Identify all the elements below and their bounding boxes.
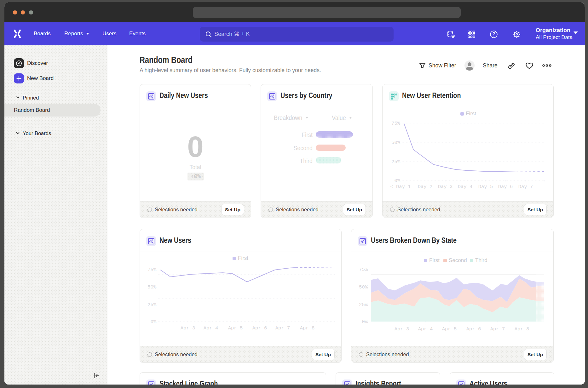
svg-text:75%: 75%: [359, 267, 368, 272]
svg-text:Day 3: Day 3: [438, 184, 453, 190]
svg-text:Apr 8: Apr 8: [515, 326, 529, 332]
svg-text:Apr 6: Apr 6: [466, 326, 481, 332]
svg-text:25%: 25%: [147, 302, 157, 308]
svg-text:Apr 8: Apr 8: [300, 325, 315, 331]
svg-text:Day 2: Day 2: [418, 184, 433, 190]
svg-text:0%: 0%: [362, 319, 368, 325]
svg-text:Apr 3: Apr 3: [395, 326, 409, 332]
svg-text:Third: Third: [475, 257, 487, 263]
svg-text:50%: 50%: [391, 140, 401, 146]
svg-text:Day 5: Day 5: [478, 184, 493, 190]
svg-text:Day 7: Day 7: [518, 184, 533, 190]
svg-text:Apr 7: Apr 7: [490, 326, 505, 332]
svg-text:Day 6: Day 6: [498, 184, 513, 190]
svg-text:25%: 25%: [391, 159, 401, 165]
svg-text:Day 4: Day 4: [458, 184, 473, 190]
svg-text:Apr 7: Apr 7: [275, 325, 290, 331]
svg-text:25%: 25%: [359, 302, 368, 308]
svg-text:First: First: [238, 255, 248, 261]
svg-text:Apr 5: Apr 5: [228, 325, 243, 331]
svg-text:Apr 5: Apr 5: [442, 326, 457, 332]
svg-text:50%: 50%: [147, 284, 157, 290]
svg-text:First: First: [466, 111, 476, 117]
svg-text:Apr 6: Apr 6: [252, 325, 267, 331]
svg-text:75%: 75%: [147, 267, 157, 273]
svg-text:75%: 75%: [391, 121, 401, 126]
svg-text:Second: Second: [449, 257, 467, 263]
svg-text:Apr 3: Apr 3: [181, 325, 195, 331]
svg-text:0%: 0%: [150, 319, 156, 325]
svg-text:0%: 0%: [394, 178, 400, 184]
svg-text:< Day 1: < Day 1: [390, 184, 411, 190]
svg-text:Apr 4: Apr 4: [204, 325, 218, 331]
svg-text:First: First: [429, 257, 440, 263]
svg-text:50%: 50%: [359, 284, 368, 290]
svg-text:Apr 4: Apr 4: [418, 326, 433, 332]
